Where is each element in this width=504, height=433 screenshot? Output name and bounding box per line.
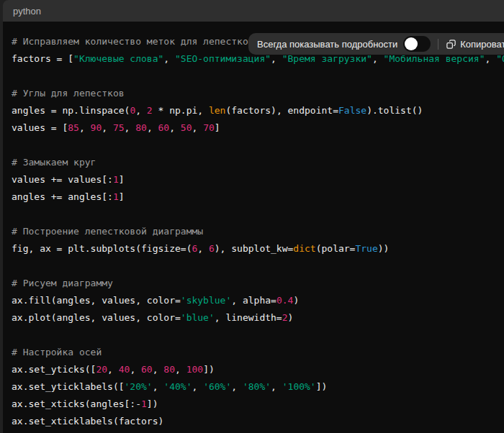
- code-line: # Настройка осей: [12, 344, 504, 361]
- copy-code-label: Копировать код: [460, 39, 504, 50]
- code-token: '40%': [163, 381, 192, 392]
- code-line: [12, 327, 504, 344]
- code-token: # Углы для лепестков: [12, 88, 125, 99]
- code-token: angles += angles[:: [12, 191, 113, 202]
- code-language-label: python: [13, 6, 41, 16]
- code-token: angles = np.linspace(: [12, 105, 130, 116]
- code-line: angles = np.linspace(0, 2 * np.pi, len(f…: [12, 102, 504, 119]
- code-line: ax.set_yticklabels(['20%', '40%', '60%',…: [12, 378, 504, 396]
- code-token: len: [209, 105, 225, 116]
- code-token: )): [378, 243, 390, 254]
- always-show-details-toggle[interactable]: [403, 36, 431, 52]
- code-token: , linewidth=: [215, 312, 282, 323]
- code-token: ax.plot(angles, values, color=: [12, 312, 181, 323]
- code-token: , alpha=: [231, 295, 276, 306]
- code-token: "Мобильная версия": [384, 53, 485, 64]
- code-token: ]): [203, 364, 215, 375]
- code-token: fig, ax = plt.subplots(figsize=(: [12, 243, 192, 254]
- code-token: ,: [485, 53, 496, 64]
- copy-code-button[interactable]: Копировать код: [446, 39, 504, 50]
- code-line: # Построение лепестковой диаграммы: [12, 223, 504, 240]
- toggle-knob: [405, 37, 418, 50]
- code-token: ax.set_yticks([: [12, 364, 96, 375]
- code-token: 90: [91, 122, 102, 133]
- code-token: ,: [197, 243, 209, 254]
- toolbar-divider: [438, 39, 438, 50]
- code-header: python: [3, 0, 504, 22]
- code-token: ,: [192, 122, 204, 133]
- code-token: ,: [79, 122, 91, 133]
- code-line: ax.set_xticklabels(factors): [12, 413, 504, 430]
- code-line: values = [85, 90, 75, 80, 60, 50, 70]: [12, 119, 504, 137]
- code-token: # Рисуем диаграмму: [12, 278, 113, 288]
- code-token: True: [355, 243, 377, 254]
- code-token: 80: [163, 364, 175, 375]
- code-token: ax.set_yticklabels([: [12, 381, 125, 392]
- code-token: ax.fill(angles, values, color=: [12, 295, 181, 306]
- code-token: values = [: [12, 122, 68, 133]
- code-token: '100%': [282, 381, 316, 392]
- code-line: values += values[:1]: [12, 171, 504, 188]
- code-token: ]: [215, 122, 220, 133]
- code-token: ), subplot_kw=: [215, 243, 294, 254]
- code-line: # Рисуем диаграмму: [12, 275, 504, 292]
- code-token: ,: [271, 381, 282, 392]
- code-line: [12, 257, 504, 275]
- code-line: [12, 137, 504, 154]
- code-token: 0.4: [276, 295, 293, 306]
- code-token: ,: [175, 364, 186, 375]
- code-token: 100: [186, 364, 203, 375]
- code-line: # Замыкаем круг: [12, 154, 504, 171]
- code-token: ,: [130, 364, 141, 375]
- code-token: 2: [147, 105, 153, 116]
- code-token: "Ключевые слова": [73, 53, 163, 64]
- code-token: # Исправляем количество меток для лепест…: [12, 36, 254, 47]
- code-token: ,: [192, 381, 203, 392]
- code-line: [12, 206, 504, 223]
- code-line: # Углы для лепестков: [12, 85, 504, 102]
- code-token: 75: [113, 122, 125, 133]
- code-token: 2: [282, 312, 288, 323]
- code-token: ): [288, 312, 294, 323]
- code-token: factors = [: [12, 53, 73, 64]
- code-toolbar: Всегда показывать подробности Копировать…: [248, 33, 504, 55]
- code-token: 60: [158, 122, 170, 133]
- code-line: ax.set_yticks([20, 40, 60, 80, 100]): [12, 361, 504, 378]
- code-token: False: [338, 105, 366, 116]
- copy-icon: [446, 39, 456, 50]
- code-token: 6: [209, 243, 215, 254]
- code-token: ,: [135, 105, 147, 116]
- code-line: fig, ax = plt.subplots(figsize=(6, 6), s…: [12, 240, 504, 257]
- code-token: 60: [141, 364, 153, 375]
- code-line: [12, 68, 504, 85]
- code-token: ,: [147, 122, 158, 133]
- code-token: ,: [153, 364, 164, 375]
- code-token: ,: [153, 381, 164, 392]
- code-token: 80: [135, 122, 147, 133]
- code-token: ,: [125, 122, 136, 133]
- code-token: "От: [496, 53, 504, 64]
- code-token: ).tolist(): [366, 105, 423, 116]
- code-token: ]): [147, 398, 158, 409]
- code-token: ]: [119, 191, 125, 202]
- code-token: 85: [68, 122, 79, 133]
- code-token: ,: [102, 122, 113, 133]
- code-token: 50: [181, 122, 192, 133]
- code-token: # Замыкаем круг: [12, 157, 96, 168]
- code-token: '60%': [203, 381, 231, 392]
- code-token: 1: [113, 191, 119, 202]
- code-token: "Время загрузки": [282, 53, 372, 64]
- code-token: # Настройка осей: [12, 347, 102, 357]
- code-token: (factors), endpoint=: [225, 105, 338, 116]
- code-line: ax.fill(angles, values, color='skyblue',…: [12, 292, 504, 309]
- code-token: ax.set_xticklabels(factors): [12, 416, 163, 427]
- code-token: # Построение лепестковой диаграммы: [12, 226, 203, 237]
- code-token: ,: [271, 53, 282, 64]
- code-token: 70: [203, 122, 215, 133]
- code-token: ,: [372, 53, 384, 64]
- code-token: ]): [316, 381, 328, 392]
- code-token: 1: [113, 174, 119, 185]
- code-block: python # Исправляем количество меток для…: [3, 0, 504, 433]
- code-line: ax.set_xticks(angles[:-1]): [12, 396, 504, 413]
- code-token: * np.pi,: [153, 105, 209, 116]
